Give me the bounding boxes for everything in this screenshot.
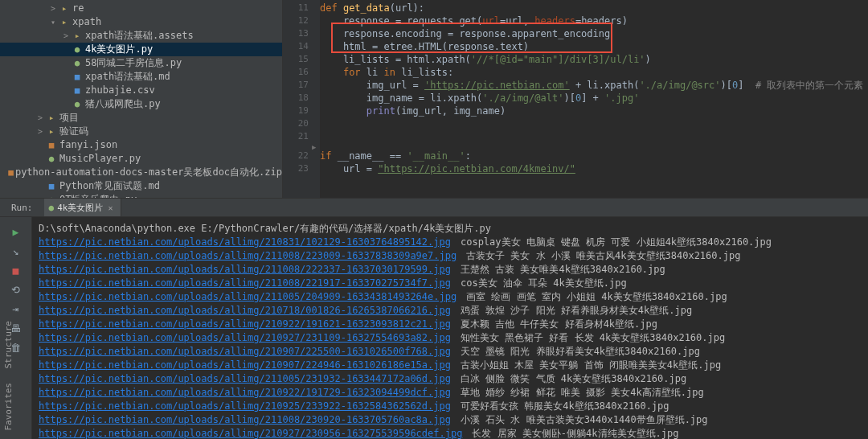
folder-icon: ▸	[58, 2, 71, 15]
tree-item[interactable]: ■zhubajie.csv	[0, 84, 282, 97]
run-toolwindow-header[interactable]: Run: ● 4k美女图片 ✕	[0, 198, 868, 217]
file-icon: ■	[45, 179, 58, 193]
code-line[interactable]: response = requests.get(url=url, headers…	[320, 14, 868, 27]
code-line[interactable]: url = "https://pic.netbian.com/4kmeinv/"	[320, 162, 868, 175]
console-link[interactable]: https://pic.netbian.com/uploads/allimg/2…	[39, 400, 451, 412]
tree-item-label: 猪八戒网爬虫.py	[85, 97, 161, 111]
code-line[interactable]: img_name = li.xpath('./a/img/@alt')[0] +…	[320, 92, 868, 105]
folder-icon: ▸	[58, 15, 71, 29]
code-line[interactable]: def get_data(url):	[320, 2, 868, 14]
tree-item[interactable]: ●MusicPlayer.py	[0, 152, 282, 166]
tree-item-label: xpath	[72, 15, 101, 29]
chevron-icon[interactable]: ▾	[48, 15, 58, 29]
console-link[interactable]: https://pic.netbian.com/uploads/allimg/2…	[39, 277, 451, 289]
console-link[interactable]: https://pic.netbian.com/uploads/allimg/2…	[39, 264, 451, 275]
file-icon: ■	[71, 70, 84, 84]
code-line[interactable]: html = etree.HTML(response.text)	[320, 40, 868, 53]
run-console[interactable]: D:\soft\Anaconda\python.exe E:/PythonCra…	[32, 217, 868, 439]
run-tab-active[interactable]: ● 4k美女图片 ✕	[44, 199, 122, 216]
console-text: 可爱好看女孩 韩服美女4k壁纸3840x2160.jpg	[461, 400, 669, 412]
file-icon: ●	[71, 56, 84, 70]
console-output-line: https://pic.netbian.com/uploads/allimg/2…	[39, 359, 862, 372]
console-link[interactable]: https://pic.netbian.com/uploads/allimg/2…	[39, 236, 451, 248]
tree-item[interactable]: ●猪八戒网爬虫.py	[0, 97, 282, 111]
console-link[interactable]: https://pic.netbian.com/uploads/allimg/2…	[39, 305, 451, 316]
tree-item[interactable]: ●4k美女图片.py	[0, 43, 282, 56]
chevron-icon[interactable]: >	[61, 29, 71, 43]
project-tree[interactable]: >▸re▾▸xpath>▸xpath语法基础.assets●4k美女图片.py●…	[0, 0, 283, 198]
stop-button[interactable]: ■	[6, 262, 26, 280]
close-icon[interactable]: ✕	[108, 203, 113, 212]
tree-item[interactable]: ■xpath语法基础.md	[0, 70, 282, 84]
fold-toggle-icon[interactable]: ▶	[312, 143, 316, 151]
rerun-button[interactable]: ▶	[6, 224, 26, 241]
console-link[interactable]: https://pic.netbian.com/uploads/allimg/2…	[39, 387, 451, 398]
line-number: 23	[283, 162, 309, 175]
chevron-icon[interactable]: >	[48, 2, 58, 15]
toolwindow-left-tabs[interactable]: Structure Favorites	[2, 311, 15, 436]
tree-item[interactable]: ■fanyi.json	[0, 138, 282, 152]
folder-icon: ▸	[45, 125, 58, 138]
console-text: 鸡蛋 敦煌 沙子 阳光 好看养眼身材美女4k壁纸.jpg	[461, 305, 692, 316]
code-line[interactable]: print(img_url, img_name)	[320, 105, 868, 117]
tree-item[interactable]: >▸re	[0, 2, 282, 15]
console-output-line: https://pic.netbian.com/uploads/allimg/2…	[39, 345, 862, 359]
tree-item-label: xpath语法基础.assets	[85, 29, 194, 43]
console-output-line: https://pic.netbian.com/uploads/allimg/2…	[39, 400, 862, 413]
tree-item-label: python-automation-docs-master吴老板doc自动化.z…	[15, 166, 282, 179]
restart-button[interactable]: ⟲	[6, 281, 26, 299]
console-link[interactable]: https://pic.netbian.com/uploads/allimg/2…	[39, 414, 451, 425]
console-link[interactable]: https://pic.netbian.com/uploads/allimg/2…	[39, 359, 451, 371]
editor-code-area[interactable]: def get_data(url): response = requests.g…	[320, 0, 868, 175]
editor-gutter: 11121314151617181920212223	[283, 0, 320, 198]
file-icon: ●	[71, 97, 84, 111]
chevron-icon[interactable]: >	[35, 125, 45, 138]
code-editor[interactable]: 11121314151617181920212223 def get_data(…	[283, 0, 868, 198]
line-number: 18	[283, 92, 309, 105]
code-line[interactable]: for li in li_lists:	[320, 66, 868, 79]
console-text: 夏木颖 吉他 牛仔美女 好看身材4k壁纸.jpg	[461, 318, 657, 330]
run-label: Run:	[0, 203, 44, 213]
console-link[interactable]: https://pic.netbian.com/uploads/allimg/2…	[39, 332, 451, 343]
run-down-button[interactable]: ↘	[6, 243, 26, 261]
console-link[interactable]: https://pic.netbian.com/uploads/allimg/2…	[39, 373, 451, 384]
tree-item-label: 项目	[59, 111, 79, 125]
code-line[interactable]: response.encoding = response.apparent_en…	[320, 27, 868, 40]
tree-item[interactable]: >▸验证码	[0, 125, 282, 138]
line-number: 19	[283, 105, 309, 117]
line-number: 11	[283, 2, 309, 14]
tree-item-label: fanyi.json	[59, 138, 117, 152]
console-output-line: https://pic.netbian.com/uploads/allimg/2…	[39, 372, 862, 386]
console-link[interactable]: https://pic.netbian.com/uploads/allimg/2…	[39, 250, 457, 261]
console-output-line: https://pic.netbian.com/uploads/allimg/2…	[39, 236, 862, 249]
code-line[interactable]: li_lists = html.xpath('//*[@id="main"]/d…	[320, 53, 868, 66]
tree-item[interactable]: ▾▸xpath	[0, 15, 282, 29]
run-tab-label: 4k美女图片	[57, 202, 103, 214]
favorites-toolwindow-tab[interactable]: Favorites	[2, 378, 15, 436]
line-number: 17	[283, 79, 309, 92]
console-text: 王楚然 古装 美女唯美4k壁纸3840x2160.jpg	[461, 264, 665, 275]
code-line[interactable]	[320, 117, 868, 130]
code-line[interactable]	[320, 130, 868, 143]
console-link[interactable]: https://pic.netbian.com/uploads/allimg/2…	[39, 346, 451, 357]
tree-item[interactable]: >▸项目	[0, 111, 282, 125]
tree-item[interactable]: ●58同城二手房信息.py	[0, 56, 282, 70]
console-link[interactable]: https://pic.netbian.com/uploads/allimg/2…	[39, 318, 451, 330]
console-link[interactable]: https://pic.netbian.com/uploads/allimg/2…	[39, 291, 457, 302]
tree-item[interactable]: ■python-automation-docs-master吴老板doc自动化.…	[0, 166, 282, 179]
chevron-icon[interactable]: >	[35, 111, 45, 125]
tree-item-label: 4k美女图片.py	[85, 43, 153, 56]
console-output-line: https://pic.netbian.com/uploads/allimg/2…	[39, 290, 862, 304]
code-line[interactable]: img_url = 'https://pic.netbian.com' + li…	[320, 79, 868, 92]
console-text: 古装小姐姐 木屋 美女平躺 首饰 闭眼唯美美女4k壁纸.jpg	[461, 359, 721, 371]
file-icon: ■	[71, 84, 84, 97]
tree-item[interactable]: ■Python常见面试题.md	[0, 179, 282, 193]
tree-item-label: zhubajie.csv	[85, 84, 155, 97]
console-text: 天空 墨镜 阳光 养眼好看美女4k壁纸3840x2160.jpg	[461, 346, 700, 357]
code-line[interactable]: if __name__ == '__main__':	[320, 150, 868, 162]
tree-item[interactable]: >▸xpath语法基础.assets	[0, 29, 282, 43]
console-command: D:\soft\Anaconda\python.exe E:/PythonCra…	[39, 222, 862, 236]
console-output-line: https://pic.netbian.com/uploads/allimg/2…	[39, 427, 862, 439]
console-link[interactable]: https://pic.netbian.com/uploads/allimg/2…	[39, 428, 462, 439]
structure-toolwindow-tab[interactable]: Structure	[2, 316, 15, 374]
